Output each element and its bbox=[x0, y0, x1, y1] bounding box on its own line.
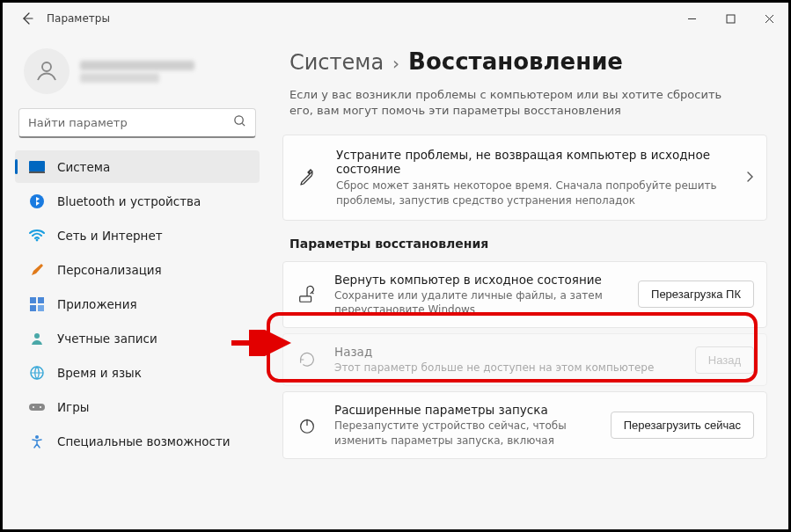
svg-rect-4 bbox=[29, 171, 45, 173]
settings-window: Параметры Найти параметр bbox=[0, 0, 791, 532]
goback-sub: Этот параметр больше не доступен на этом… bbox=[334, 361, 679, 375]
svg-point-14 bbox=[33, 406, 34, 408]
minimize-button[interactable] bbox=[672, 3, 711, 34]
restart-now-button[interactable]: Перезагрузить сейчас bbox=[611, 412, 754, 439]
chevron-right-icon: › bbox=[392, 53, 399, 74]
svg-point-11 bbox=[34, 333, 40, 339]
profile-email-blurred bbox=[80, 73, 159, 83]
gamepad-icon bbox=[29, 399, 45, 415]
svg-rect-9 bbox=[30, 305, 36, 311]
svg-rect-8 bbox=[38, 297, 44, 303]
sidebar-item-accessibility[interactable]: Специальные возможности bbox=[15, 425, 260, 457]
sidebar-item-label: Специальные возможности bbox=[57, 434, 231, 448]
breadcrumb: Система › Восстановление bbox=[281, 41, 767, 87]
advanced-title: Расширенные параметры запуска bbox=[334, 403, 595, 417]
goback-option: Назад Этот параметр больше не доступен н… bbox=[282, 333, 767, 386]
reset-pc-button[interactable]: Перезагрузка ПК bbox=[638, 281, 754, 308]
troubleshoot-title: Устраните проблемы, не возвращая компьют… bbox=[336, 148, 729, 176]
titlebar: Параметры bbox=[3, 3, 788, 34]
svg-point-16 bbox=[35, 435, 39, 439]
nav-list: Система Bluetooth и устройства Сеть и Ин… bbox=[10, 149, 265, 529]
reset-sub: Сохраните или удалите личные файлы, а за… bbox=[334, 288, 622, 317]
advanced-startup-option: Расширенные параметры запуска Перезапуст… bbox=[282, 391, 767, 458]
close-button[interactable] bbox=[750, 3, 788, 34]
sidebar: Найти параметр Система Bluetooth и устро… bbox=[3, 34, 272, 529]
advanced-sub: Перезапустите устройство сейчас, чтобы и… bbox=[334, 419, 595, 447]
window-title: Параметры bbox=[47, 12, 110, 25]
svg-point-5 bbox=[30, 194, 44, 208]
svg-point-2 bbox=[235, 116, 243, 124]
wifi-icon bbox=[29, 228, 45, 244]
svg-rect-10 bbox=[38, 305, 44, 311]
reset-pc-option: Вернуть компьютер в исходное состояние С… bbox=[282, 261, 767, 328]
chevron-right-icon bbox=[745, 170, 754, 186]
apps-icon bbox=[29, 296, 45, 312]
profile-name-blurred bbox=[80, 61, 194, 70]
troubleshoot-sub: Сброс может занять некоторое время. Снач… bbox=[336, 179, 729, 207]
back-icon[interactable] bbox=[20, 11, 34, 26]
page-title: Восстановление bbox=[408, 48, 623, 75]
sidebar-item-gaming[interactable]: Игры bbox=[15, 390, 260, 423]
sidebar-item-system[interactable]: Система bbox=[15, 150, 260, 183]
sidebar-item-label: Учетные записи bbox=[57, 332, 157, 346]
svg-rect-7 bbox=[30, 297, 36, 303]
troubleshoot-card[interactable]: Устраните проблемы, не возвращая компьют… bbox=[282, 135, 767, 220]
search-input[interactable]: Найти параметр bbox=[18, 108, 256, 138]
sidebar-item-label: Bluetooth и устройства bbox=[57, 194, 201, 208]
sidebar-item-label: Персонализация bbox=[57, 263, 162, 277]
search-placeholder: Найти параметр bbox=[28, 116, 128, 129]
sidebar-item-label: Приложения bbox=[57, 297, 137, 311]
reset-title: Вернуть компьютер в исходное состояние bbox=[334, 273, 622, 287]
sidebar-item-apps[interactable]: Приложения bbox=[15, 288, 260, 320]
svg-rect-3 bbox=[29, 161, 45, 171]
svg-point-1 bbox=[42, 62, 51, 71]
bluetooth-icon bbox=[29, 193, 45, 209]
svg-rect-0 bbox=[727, 15, 735, 23]
sidebar-item-label: Время и язык bbox=[57, 366, 142, 380]
profile-block[interactable] bbox=[10, 41, 265, 103]
maximize-button[interactable] bbox=[711, 3, 750, 34]
accessibility-icon bbox=[29, 434, 45, 449]
goback-icon bbox=[296, 350, 319, 369]
sidebar-item-network[interactable]: Сеть и Интернет bbox=[15, 219, 260, 251]
search-icon bbox=[233, 114, 246, 131]
svg-point-6 bbox=[36, 238, 39, 241]
main-panel: Система › Восстановление Если у вас возн… bbox=[272, 34, 788, 529]
svg-rect-17 bbox=[300, 296, 311, 302]
globe-icon bbox=[29, 365, 45, 381]
sidebar-item-label: Игры bbox=[57, 400, 89, 414]
reset-icon bbox=[296, 285, 319, 304]
sidebar-item-label: Сеть и Интернет bbox=[57, 229, 163, 243]
breadcrumb-parent[interactable]: Система bbox=[289, 50, 384, 75]
avatar bbox=[24, 48, 70, 94]
sidebar-item-personalization[interactable]: Персонализация bbox=[15, 253, 260, 286]
sidebar-item-accounts[interactable]: Учетные записи bbox=[15, 322, 260, 354]
accounts-icon bbox=[29, 331, 45, 346]
intro-text: Если у вас возникли проблемы с компьютер… bbox=[281, 87, 738, 135]
goback-button: Назад bbox=[695, 346, 754, 374]
power-icon bbox=[296, 416, 319, 435]
brush-icon bbox=[29, 262, 45, 278]
sidebar-item-time-language[interactable]: Время и язык bbox=[15, 356, 260, 389]
section-header: Параметры восстановления bbox=[289, 237, 767, 251]
svg-point-15 bbox=[40, 406, 41, 408]
sidebar-item-bluetooth[interactable]: Bluetooth и устройства bbox=[15, 185, 260, 217]
svg-rect-13 bbox=[29, 404, 45, 411]
goback-title: Назад bbox=[334, 345, 679, 359]
system-icon bbox=[29, 159, 45, 175]
sidebar-item-label: Система bbox=[57, 160, 110, 174]
wrench-icon bbox=[296, 167, 320, 188]
